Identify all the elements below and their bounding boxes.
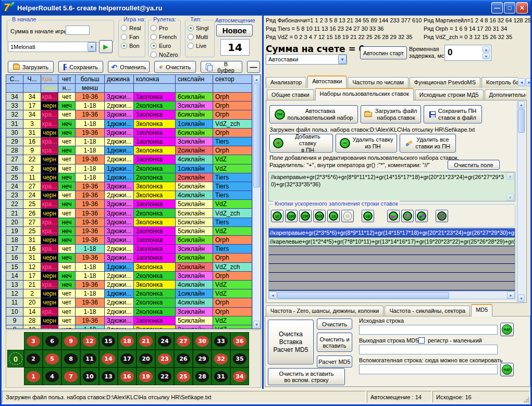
table-header-cell[interactable] <box>23 84 41 93</box>
table-row[interactable]: 3234кра...чет19-363дюжи...1колонка6сикла… <box>6 110 261 119</box>
board-cell-14[interactable]: 14 <box>99 350 118 367</box>
board-cell-15[interactable]: 15 <box>99 332 118 350</box>
clear-field-button[interactable]: Очистить поле <box>448 160 500 170</box>
board-cell-23[interactable]: 23 <box>155 350 174 367</box>
maximize-button[interactable]: □ <box>504 2 515 14</box>
lowercase-checkbox[interactable] <box>418 337 425 344</box>
board-cell-21[interactable]: 21 <box>137 332 155 350</box>
spin-down-icon[interactable]: ▼ <box>482 53 490 59</box>
board-cell-10[interactable]: 10 <box>80 367 99 385</box>
table-header-cell[interactable] <box>176 84 213 93</box>
scroll-down-icon[interactable]: ▼ <box>506 194 514 201</box>
table-header-cell[interactable] <box>213 84 252 93</box>
board-cell-36[interactable]: 36 <box>230 332 249 350</box>
table-row[interactable]: 2126чернчет19-363дюжи...2колонка5сиклайн… <box>6 209 261 218</box>
source-string-input[interactable] <box>359 325 498 335</box>
board-cell-33[interactable]: 33 <box>212 332 230 350</box>
tab-sub-2[interactable]: Исходные строки МД5 <box>415 90 484 100</box>
board-cell-22[interactable]: 22 <box>155 367 174 385</box>
scrollbar-thumb[interactable] <box>277 292 449 299</box>
tab-sub-3[interactable]: Дополнительно <box>485 90 527 100</box>
list-horizontal-scrollbar[interactable]: ◄ ► <box>268 291 515 299</box>
tab-freq-1[interactable]: Частота - сиклайны, сектора <box>385 306 470 316</box>
radio-option-multi[interactable]: Multi <box>188 32 213 41</box>
scroll-up-icon[interactable]: ▲ <box>518 101 525 108</box>
title-bar[interactable]: 7 HelperRoullet 5.6- create helperroulle… <box>0 0 532 16</box>
table-row[interactable]: 289кра...неч1-181дюжи...3колонка2сиклайн… <box>6 146 261 155</box>
tab-freq-0[interactable]: Частота - Zero, шансы, дюжины, колонки <box>266 306 383 316</box>
board-cell-3[interactable]: 3 <box>24 332 43 350</box>
board-cell-32[interactable]: 32 <box>212 350 230 367</box>
board-cell-24[interactable]: 24 <box>155 332 174 350</box>
table-header-cell[interactable]: Кра... <box>41 75 58 84</box>
table-row[interactable]: 1321кра...неч19-362дюжи...3колонка4сикла… <box>6 281 261 289</box>
table-header-cell[interactable]: сектор <box>213 75 252 84</box>
delete-all-bets-button[interactable]: Удалить всеставки из ПН <box>400 134 456 153</box>
table-row[interactable]: 1512кра...чет1-181дюжи...3колонка2сиклай… <box>6 263 261 272</box>
scroll-up-icon[interactable]: ▲ <box>506 172 514 180</box>
list-item-empty[interactable] <box>269 264 515 273</box>
md5-source-button[interactable]: МД5 <box>500 323 514 336</box>
radio-option-fan[interactable]: Fan <box>121 32 144 41</box>
board-cell-4[interactable]: 4 <box>43 367 61 385</box>
table-row[interactable]: 3031черннеч19-363дюжи...1колонка6сиклайн… <box>6 129 261 137</box>
board-cell-2[interactable]: 2 <box>24 350 43 367</box>
board-cell-29[interactable]: 29 <box>193 350 212 367</box>
board-cell-zero[interactable]: 0 <box>7 350 24 367</box>
quick-button-pattern[interactable] <box>436 210 448 222</box>
tab-main-4[interactable]: Контроль банкролла <box>481 77 518 88</box>
tab-main-0[interactable]: Анализатор <box>266 77 306 88</box>
quick-button-play[interactable]: ▶ <box>387 210 400 222</box>
board-cell-25[interactable]: 25 <box>174 367 193 385</box>
board-cell-11[interactable]: 11 <box>80 350 99 367</box>
clear-paste-calc-button[interactable]: ОчисткаВставкаРасчет MD5 <box>268 320 314 364</box>
new-button[interactable]: Новое <box>216 24 253 36</box>
table-row[interactable]: 122чернчет1-181дюжи...2колонка1сиклайнVd… <box>6 289 261 298</box>
table-header-cell[interactable]: сикслайн <box>176 75 213 84</box>
table-header-cell[interactable]: колонка <box>134 75 176 84</box>
tab-main-3[interactable]: Функционал PsevdoMS <box>410 77 480 88</box>
board-cell-1[interactable]: 1 <box>24 367 43 385</box>
table-row[interactable]: 2324чернчет19-362дюжи...3колонка4сиклайн… <box>6 191 261 200</box>
table-row[interactable]: 1925кра...неч19-363дюжи...1колонка5сикла… <box>6 227 261 236</box>
list-item[interactable]: //карелевые+gr(1*2*4*5)+gr(7*8*10*11)+gr… <box>269 237 515 246</box>
board-cell-26[interactable]: 26 <box>174 350 193 367</box>
minimize-button[interactable]: — <box>491 2 503 14</box>
md5-calc-button[interactable]: Расчет MD5 <box>317 356 352 367</box>
radio-option-live[interactable]: Live <box>188 41 213 50</box>
tab-sub-1[interactable]: Наборы пользовательских ставок <box>315 88 414 100</box>
list-item-empty[interactable] <box>269 282 515 290</box>
board-cell-31[interactable]: 31 <box>212 367 230 385</box>
quick-button-10€[interactable]: 10€ <box>285 210 298 222</box>
board-cell-19[interactable]: 19 <box>137 367 155 385</box>
list-item[interactable]: //кареправые+gr(2*3*5*6)+gr(8*9*11*12)+g… <box>269 229 515 237</box>
autospin-start-button[interactable]: Автоспин старт <box>360 46 407 59</box>
radio-option-euro[interactable]: Euro <box>151 41 179 50</box>
scrollbar-thumb[interactable] <box>253 83 260 187</box>
board-cell-34[interactable]: 34 <box>230 367 249 385</box>
tab-scroll-left-icon[interactable]: ◄ <box>518 78 525 86</box>
radio-option-french[interactable]: French <box>151 32 179 41</box>
tab-sub-0[interactable]: Общие ставки <box>267 90 314 100</box>
tab-freq-2[interactable]: MD5 <box>471 304 492 316</box>
list-item-empty[interactable] <box>269 246 515 255</box>
radio-option-bon[interactable]: Bon <box>121 41 144 50</box>
aux-string-input[interactable] <box>359 364 498 374</box>
resize-grip[interactable] <box>523 397 529 403</box>
board-cell-12[interactable]: 12 <box>80 332 99 350</box>
bet-edit-field[interactable]: //кареправые+gr(2*3*5*6)+gr(8*9*11*12)+g… <box>268 172 515 201</box>
radio-option-singl[interactable]: Singl <box>188 23 213 32</box>
output-string-input[interactable] <box>359 345 498 354</box>
profile-combo[interactable]: 1Melonati ▼ <box>8 42 96 52</box>
board-cell-9[interactable]: 9 <box>61 332 80 350</box>
list-item-empty[interactable] <box>269 255 515 264</box>
quick-button-0$[interactable]: 0$ <box>362 210 374 222</box>
table-row[interactable]: 2916кра...чет1-182дюжи...1колонка3сиклай… <box>6 137 261 146</box>
radio-option-pro[interactable]: Pro <box>151 23 179 32</box>
table-row[interactable]: 1014кра...чет1-182дюжи...2колонка3сиклай… <box>6 308 261 316</box>
table-header-cell[interactable]: чет <box>58 75 76 84</box>
table-header-cell[interactable] <box>6 84 23 93</box>
table-header-cell[interactable]: С... <box>6 75 23 84</box>
autobet-user-set-button[interactable]: ПН Автоставкапользовательский набор <box>269 105 358 123</box>
table-row[interactable]: 262чернчет1-181дюжи...2колонка1сиклайнVd… <box>6 164 261 173</box>
